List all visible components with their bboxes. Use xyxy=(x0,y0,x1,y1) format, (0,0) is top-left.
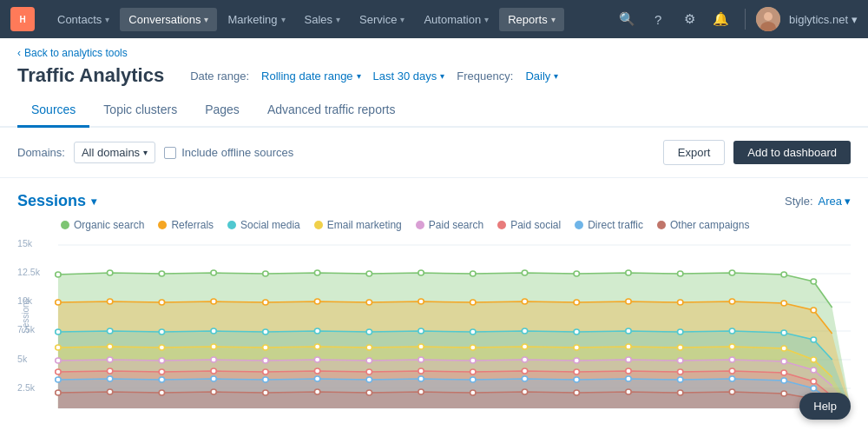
notifications-icon[interactable]: 🔔 xyxy=(707,5,734,33)
settings-icon[interactable]: ⚙ xyxy=(675,5,703,33)
style-dropdown[interactable]: Area ▾ xyxy=(819,195,851,208)
svg-point-44 xyxy=(522,299,527,304)
svg-point-38 xyxy=(211,299,216,304)
offline-sources-checkbox[interactable] xyxy=(164,147,176,159)
legend-dot xyxy=(497,221,506,229)
svg-point-144 xyxy=(729,389,734,394)
tab-sources[interactable]: Sources xyxy=(17,96,89,128)
svg-point-69 xyxy=(159,345,164,350)
svg-point-132 xyxy=(107,389,112,394)
svg-point-59 xyxy=(470,329,476,334)
frequency-dropdown[interactable]: Daily ▾ xyxy=(525,70,558,83)
help-icon[interactable]: ? xyxy=(644,5,672,33)
chart-title[interactable]: Sessions ▾ xyxy=(17,192,96,210)
nav-marketing[interactable]: Marketing ▾ xyxy=(219,8,293,31)
svg-point-61 xyxy=(574,329,579,334)
svg-point-32 xyxy=(729,270,734,275)
svg-point-117 xyxy=(159,377,164,382)
svg-point-122 xyxy=(418,376,424,381)
date-range-dropdown[interactable]: Rolling date range ▾ xyxy=(261,70,361,83)
help-button[interactable]: Help xyxy=(799,393,851,420)
svg-point-103 xyxy=(263,369,268,374)
svg-point-71 xyxy=(263,345,268,350)
svg-point-23 xyxy=(263,271,268,276)
chevron-down-icon: ▾ xyxy=(281,15,286,24)
svg-point-55 xyxy=(263,329,268,334)
search-icon[interactable]: 🔍 xyxy=(613,5,641,33)
hubspot-logo[interactable]: H xyxy=(10,7,35,31)
svg-point-33 xyxy=(781,272,786,277)
svg-point-124 xyxy=(522,376,527,381)
last-days-dropdown[interactable]: Last 30 days ▾ xyxy=(373,70,445,83)
chevron-down-icon: ▾ xyxy=(554,71,558,81)
svg-point-46 xyxy=(626,299,631,304)
legend-dot xyxy=(158,221,167,229)
back-link[interactable]: ‹ Back to analytics tools xyxy=(0,38,145,59)
svg-point-3 xyxy=(764,12,773,21)
svg-point-36 xyxy=(107,299,112,304)
legend-item: Social media xyxy=(227,219,300,231)
legend-item: Organic search xyxy=(61,219,144,231)
add-to-dashboard-button[interactable]: Add to dashboard xyxy=(733,141,851,164)
svg-point-102 xyxy=(211,368,216,374)
legend-item: Email marketing xyxy=(314,219,402,231)
svg-point-80 xyxy=(729,344,734,349)
svg-point-75 xyxy=(470,345,476,350)
svg-point-119 xyxy=(263,377,268,382)
nav-conversations[interactable]: Conversations ▾ xyxy=(120,8,217,31)
svg-point-51 xyxy=(56,329,61,334)
svg-point-143 xyxy=(678,390,683,395)
nav-reports[interactable]: Reports ▾ xyxy=(499,8,564,31)
tab-topic-clusters[interactable]: Topic clusters xyxy=(89,96,191,128)
svg-point-50 xyxy=(811,308,816,313)
svg-text:12.5k: 12.5k xyxy=(17,268,41,277)
svg-point-131 xyxy=(56,390,61,395)
svg-point-39 xyxy=(263,300,268,305)
svg-point-78 xyxy=(626,344,631,349)
svg-text:5k: 5k xyxy=(17,354,28,364)
svg-point-97 xyxy=(781,359,786,364)
svg-point-141 xyxy=(574,390,579,395)
svg-point-65 xyxy=(781,330,786,335)
area-chart: 15k 12.5k 10k 7.5k 5k 2.5k Sessions xyxy=(17,238,851,412)
svg-point-112 xyxy=(729,368,734,374)
nav-service[interactable]: Service ▾ xyxy=(351,8,413,31)
svg-point-118 xyxy=(211,376,216,381)
svg-point-101 xyxy=(159,369,164,374)
legend-dot xyxy=(575,221,583,229)
svg-text:15k: 15k xyxy=(17,239,33,248)
svg-point-54 xyxy=(211,328,216,334)
account-name[interactable]: biglytics.net ▾ xyxy=(789,13,858,26)
svg-point-91 xyxy=(470,358,476,363)
svg-point-138 xyxy=(418,389,424,394)
chevron-down-icon: ▾ xyxy=(204,15,208,24)
svg-point-47 xyxy=(678,300,683,305)
avatar[interactable] xyxy=(756,7,780,31)
export-button[interactable]: Export xyxy=(663,140,726,165)
nav-sales[interactable]: Sales ▾ xyxy=(296,8,350,31)
svg-point-67 xyxy=(56,345,61,350)
nav-automation[interactable]: Automation ▾ xyxy=(415,8,497,31)
svg-point-137 xyxy=(366,390,372,395)
tab-pages[interactable]: Pages xyxy=(191,96,253,128)
toolbar-left: Domains: All domains ▾ Include offline s… xyxy=(17,142,293,163)
legend-item: Paid social xyxy=(497,219,561,231)
chevron-down-icon: ▾ xyxy=(400,15,404,24)
svg-point-85 xyxy=(159,358,164,363)
chevron-down-icon: ▾ xyxy=(143,148,148,157)
nav-contacts[interactable]: Contacts ▾ xyxy=(49,8,118,31)
offline-sources-checkbox-label[interactable]: Include offline sources xyxy=(164,146,293,159)
svg-point-20 xyxy=(107,270,112,275)
svg-point-109 xyxy=(574,369,579,374)
svg-point-89 xyxy=(366,358,372,363)
domains-dropdown[interactable]: All domains ▾ xyxy=(74,142,155,163)
chart-container: Sessions ▾ Style: Area ▾ Organic searchR… xyxy=(0,178,868,423)
chevron-down-icon: ▾ xyxy=(440,71,444,81)
svg-point-84 xyxy=(107,357,112,362)
svg-point-24 xyxy=(314,270,319,275)
tab-advanced-traffic[interactable]: Advanced traffic reports xyxy=(253,96,410,128)
chart-legend: Organic searchReferralsSocial mediaEmail… xyxy=(17,219,851,231)
svg-point-82 xyxy=(811,357,816,362)
legend-dot xyxy=(61,221,69,229)
svg-point-88 xyxy=(314,357,319,362)
